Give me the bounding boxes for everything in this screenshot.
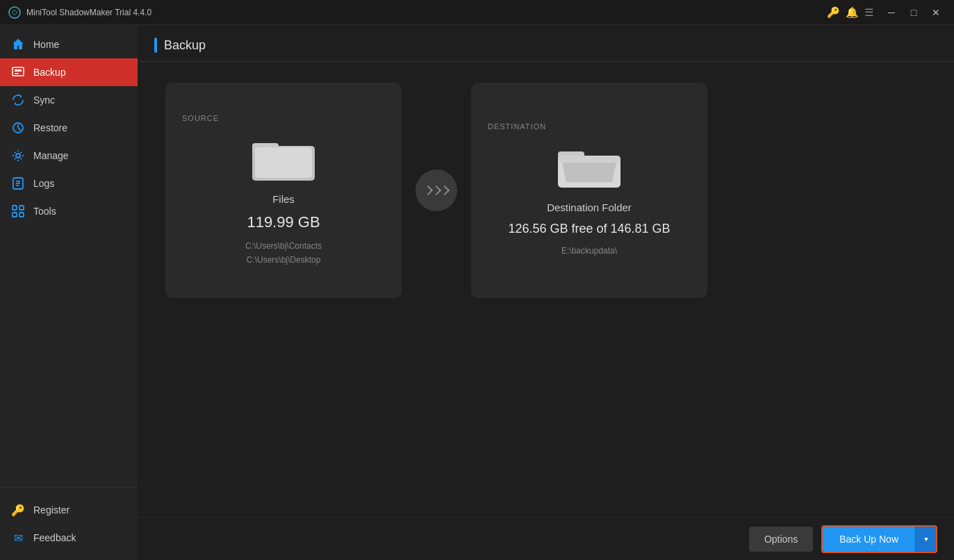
title-bar: MiniTool ShadowMaker Trial 4.4.0 🔑 🔔 ☰ ─… [0,0,954,25]
sidebar-item-sync[interactable]: Sync [0,86,138,114]
source-size: 119.99 GB [247,213,320,231]
svg-rect-14 [19,213,24,217]
manage-icon [11,149,25,163]
page-header: Backup [138,25,954,62]
app-logo [8,6,21,19]
sidebar-item-feedback[interactable]: ✉ Feedback [0,524,138,552]
arrow-connector [416,170,457,211]
sidebar-label-home: Home [33,39,59,50]
chevron-3 [440,186,450,195]
sync-icon [11,93,25,107]
bell-icon[interactable]: 🔔 [846,6,859,19]
sidebar: Home Backup [0,25,138,560]
sidebar-label-sync: Sync [33,94,55,106]
options-button[interactable]: Options [749,527,813,552]
page-title: Backup [164,38,206,53]
sidebar-label-backup: Backup [33,67,66,78]
logs-icon [11,176,25,190]
close-button[interactable]: ✕ [926,3,946,22]
sidebar-label-restore: Restore [33,122,67,133]
source-type-label: Files [272,193,295,205]
backup-cards-row: SOURCE Files 119.99 GB C:\Users\bj\Conta… [165,83,926,298]
sidebar-label-tools: Tools [33,206,56,217]
sidebar-item-logs[interactable]: Logs [0,170,138,197]
destination-card[interactable]: DESTINATION Destination Folder 126.56 GB… [471,83,707,298]
key-icon[interactable]: 🔑 [827,6,840,19]
sidebar-item-home[interactable]: Home [0,31,138,58]
svg-rect-11 [13,206,17,210]
svg-marker-22 [924,538,928,541]
sidebar-item-register[interactable]: 🔑 Register [0,496,138,524]
backup-content: SOURCE Files 119.99 GB C:\Users\bj\Conta… [138,62,954,517]
destination-folder-icon [558,142,620,190]
app-title: MiniTool ShadowMaker Trial 4.4.0 [26,8,827,17]
sidebar-label-logs: Logs [33,178,54,189]
sidebar-label-register: Register [33,504,69,516]
backup-icon [11,65,25,79]
titlebar-icons: 🔑 🔔 ☰ [827,6,873,19]
minimize-button[interactable]: ─ [882,3,901,22]
sidebar-nav: Home Backup [0,31,138,487]
svg-rect-4 [15,73,19,74]
content-area: Backup SOURCE Files 119.99 GB [138,25,954,560]
sidebar-item-backup[interactable]: Backup [0,58,138,86]
source-paths: C:\Users\bj\Contacts C:\Users\bj\Desktop [245,240,322,266]
destination-label: DESTINATION [488,122,546,131]
dropdown-chevron-icon [923,536,930,543]
restore-icon [11,121,25,135]
svg-rect-12 [19,206,24,210]
svg-rect-13 [13,213,17,217]
destination-path: E:\backupdata\ [561,245,617,258]
destination-type-label: Destination Folder [547,201,632,213]
bottom-bar: Options Back Up Now [138,517,954,560]
register-key-icon: 🔑 [11,503,25,517]
backup-now-button[interactable]: Back Up Now [823,527,915,552]
sidebar-label-manage: Manage [33,150,69,161]
sidebar-item-restore[interactable]: Restore [0,114,138,142]
header-accent [154,38,157,53]
source-card[interactable]: SOURCE Files 119.99 GB C:\Users\bj\Conta… [165,83,402,298]
chevrons [425,187,448,194]
destination-free-size: 126.56 GB free of 146.81 GB [508,222,670,236]
home-icon [11,38,25,51]
sidebar-bottom: 🔑 Register ✉ Feedback [0,487,138,560]
svg-rect-3 [15,69,22,72]
svg-rect-18 [255,147,312,178]
maximize-button[interactable]: □ [904,3,923,22]
menu-icon[interactable]: ☰ [864,6,873,19]
source-folder-icon [252,133,315,182]
tools-icon [11,204,25,218]
sidebar-label-feedback: Feedback [33,532,76,543]
main-layout: Home Backup [0,25,954,560]
svg-point-6 [16,154,20,158]
svg-point-1 [13,10,17,14]
backup-now-dropdown-button[interactable] [915,527,936,552]
backup-now-group: Back Up Now [821,525,937,553]
source-label: SOURCE [182,114,219,122]
window-controls: ─ □ ✕ [882,3,946,22]
feedback-icon: ✉ [11,531,25,545]
sidebar-item-manage[interactable]: Manage [0,142,138,170]
sidebar-item-tools[interactable]: Tools [0,197,138,225]
svg-rect-21 [558,156,620,163]
